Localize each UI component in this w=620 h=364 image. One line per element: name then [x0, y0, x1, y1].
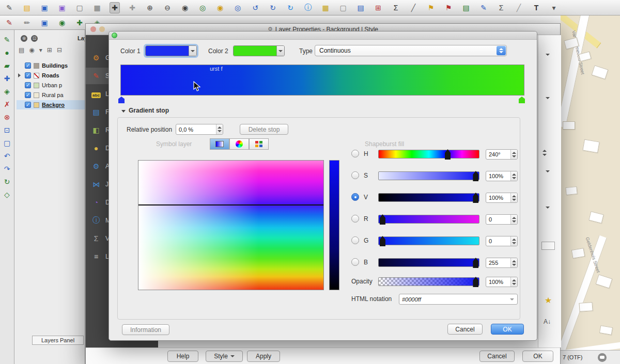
decorations-icon[interactable]: ╱: [514, 2, 524, 13]
ok-button[interactable]: OK: [491, 324, 524, 335]
save-layer-edits-icon[interactable]: ▣: [39, 17, 50, 28]
cancel-button[interactable]: Cancel: [479, 351, 515, 362]
expander-icon[interactable]: [18, 73, 21, 77]
layer-row[interactable]: ✓ Rural pa: [17, 90, 85, 100]
dropdown-arrow-icon[interactable]: [546, 97, 550, 99]
r-slider[interactable]: [378, 215, 479, 224]
cancel-button[interactable]: Cancel: [447, 324, 483, 335]
layer-checkbox[interactable]: ✓: [25, 72, 31, 78]
gradient-preview[interactable]: [120, 65, 524, 96]
node-tool-icon[interactable]: ◈: [2, 87, 12, 96]
ok-button[interactable]: OK: [522, 351, 553, 362]
b-slider[interactable]: [378, 258, 479, 267]
caret-down-icon[interactable]: [510, 298, 514, 300]
map-tips-icon[interactable]: ⚑: [426, 2, 436, 13]
layer-checkbox[interactable]: ✓: [25, 102, 31, 108]
toggle-editing-icon[interactable]: ✏: [22, 17, 32, 28]
b-radio[interactable]: [351, 258, 359, 266]
layers-panel-tab[interactable]: Layers Panel: [32, 336, 84, 345]
layer-row-selected[interactable]: ✓ Backgro: [17, 100, 85, 109]
undo-icon[interactable]: ↶: [2, 151, 12, 161]
favorites-star-icon[interactable]: ★: [545, 295, 552, 305]
layer-row[interactable]: ✓ Roads: [17, 71, 85, 80]
shade-selection-line[interactable]: [138, 204, 323, 205]
spin-control[interactable]: [542, 150, 547, 156]
collapse-caret-icon[interactable]: [121, 110, 126, 113]
collapse-all-icon[interactable]: ⊟: [57, 46, 62, 54]
layer-visibility-icon[interactable]: ◉: [29, 46, 34, 54]
slider-handle[interactable]: [380, 236, 385, 246]
identify-icon[interactable]: ⓘ: [303, 2, 313, 13]
open-project-icon[interactable]: ▤: [22, 2, 32, 13]
composer-manager-icon[interactable]: ▦: [92, 2, 102, 13]
close-panel-icon[interactable]: ⊗: [21, 35, 27, 42]
information-button[interactable]: Information: [122, 324, 169, 335]
value-ramp-bar[interactable]: [329, 160, 339, 290]
copy-features-icon[interactable]: ⊡: [2, 125, 12, 135]
spinner-arrows-icon[interactable]: [510, 236, 517, 246]
g-radio[interactable]: [351, 236, 359, 244]
spinner-arrows-icon[interactable]: [510, 277, 517, 287]
save-project-as-icon[interactable]: ▣: [57, 2, 67, 13]
annotation-icon[interactable]: ✎: [478, 2, 489, 13]
tab-color-box[interactable]: [210, 138, 229, 150]
color-dialog-titlebar[interactable]: [109, 31, 537, 40]
slider-handle[interactable]: [473, 277, 478, 287]
layer-row[interactable]: ✓ Buildings: [17, 61, 85, 70]
slider-handle[interactable]: [473, 258, 478, 268]
color1-dropdown[interactable]: [189, 46, 196, 56]
type-combobox[interactable]: Continuous: [315, 45, 507, 56]
gradient-stop-marker-left[interactable]: [118, 97, 125, 103]
layer-checkbox[interactable]: ✓: [25, 62, 31, 69]
s-radio[interactable]: [351, 171, 359, 179]
map-refresh-icon[interactable]: ↻: [285, 2, 296, 13]
color-shade-box[interactable]: [138, 160, 324, 290]
message-log-icon[interactable]: [598, 353, 607, 362]
zoom-full-icon[interactable]: ◎: [197, 2, 208, 13]
deselect-features-icon[interactable]: ▢: [338, 2, 348, 13]
zoom-next-icon[interactable]: ↻: [268, 2, 278, 13]
statistics-icon[interactable]: Σ: [391, 2, 401, 13]
dropdown-arrow-icon[interactable]: [546, 207, 550, 209]
opacity-spinbox[interactable]: 100%: [486, 277, 518, 287]
layer-checkbox[interactable]: ✓: [25, 92, 31, 98]
h-radio[interactable]: [351, 150, 359, 157]
spinner-arrows-icon[interactable]: [510, 258, 517, 267]
mini-field[interactable]: [541, 242, 555, 250]
close-window-icon[interactable]: [90, 26, 96, 32]
spinner-arrows-icon[interactable]: [216, 124, 223, 134]
new-bookmark-icon[interactable]: ⚑: [443, 2, 454, 13]
float-panel-icon[interactable]: ⊡: [31, 35, 38, 42]
slider-handle[interactable]: [380, 214, 385, 225]
s-spinbox[interactable]: 100%: [486, 171, 518, 181]
v-spinbox[interactable]: 100%: [486, 193, 518, 203]
digitize-icon[interactable]: ✎: [2, 35, 12, 44]
slider-handle[interactable]: [445, 149, 451, 160]
slider-handle[interactable]: [473, 193, 478, 203]
sum-features-icon[interactable]: Σ: [496, 2, 506, 13]
delete-stop-button[interactable]: Delete stop: [240, 124, 288, 135]
r-radio[interactable]: [351, 215, 359, 223]
spinner-arrows-icon[interactable]: [510, 215, 517, 224]
color2-swatch-button[interactable]: [233, 45, 285, 56]
slider-handle[interactable]: [473, 171, 478, 181]
redo-icon[interactable]: ↷: [2, 164, 12, 173]
v-radio-selected[interactable]: [351, 193, 359, 201]
zoom-out-icon[interactable]: ⊖: [162, 2, 173, 13]
sort-icon[interactable]: A↓: [544, 318, 551, 325]
tab-color-swatches[interactable]: [249, 138, 269, 150]
show-bookmarks-icon[interactable]: ▤: [461, 2, 471, 13]
move-feature-icon[interactable]: ✚: [2, 74, 12, 83]
dropdown-arrow-icon[interactable]: [546, 170, 550, 172]
select-features-icon[interactable]: ▦: [320, 2, 331, 13]
move-feature-icon[interactable]: ✚: [74, 17, 85, 28]
add-feature-icon[interactable]: ◉: [57, 17, 67, 28]
zoom-native-icon[interactable]: ◉: [180, 2, 190, 13]
rotate-feature-icon[interactable]: ↻: [2, 177, 12, 186]
color1-swatch-button[interactable]: [145, 45, 197, 56]
v-slider[interactable]: [378, 193, 479, 202]
spinner-arrows-icon[interactable]: [510, 171, 517, 181]
html-notation-input[interactable]: #0000ff: [399, 294, 518, 305]
new-project-icon[interactable]: ✎: [4, 2, 14, 13]
pan-to-selection-icon[interactable]: ✚: [127, 2, 137, 13]
